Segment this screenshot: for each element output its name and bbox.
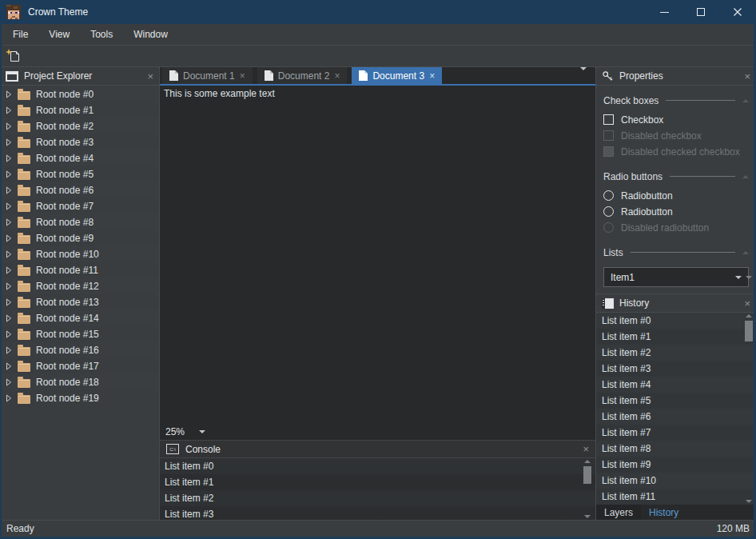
zoom-level-select[interactable]: 25% [160,424,211,440]
tree-node[interactable]: Root node #13 [0,294,159,310]
chevron-right-icon[interactable] [6,346,12,354]
history-list-item[interactable]: List item #1 [596,329,756,345]
menu-window[interactable]: Window [123,24,178,45]
title-bar[interactable]: Crown Theme [0,0,756,24]
tab-close-icon[interactable]: × [429,71,435,81]
history-scrollbar[interactable] [744,314,754,503]
tab-history[interactable]: History [641,505,686,520]
new-document-button[interactable] [6,49,21,63]
tree-node[interactable]: Root node #5 [0,166,159,182]
history-list-item[interactable]: List item #8 [596,441,756,457]
radio-button[interactable] [603,190,614,201]
chevron-right-icon[interactable] [6,314,12,322]
history-list-item[interactable]: List item #3 [596,361,756,377]
console-list-item[interactable]: List item #3 [160,506,595,522]
chevron-right-icon[interactable] [6,90,12,98]
chevron-right-icon[interactable] [6,378,12,386]
close-button[interactable] [719,0,756,24]
history-list-item[interactable]: List item #0 [596,313,756,329]
tab-document-3[interactable]: Document 3 × [352,67,442,84]
radio-row[interactable]: Radiobutton [603,188,749,203]
chevron-right-icon[interactable] [6,330,12,338]
console-header[interactable]: C:\ Console × [160,440,595,458]
chevron-right-icon[interactable] [6,250,12,258]
checkbox[interactable] [603,114,614,125]
radio-row[interactable]: Radiobutton [603,204,749,219]
chevron-right-icon[interactable] [6,154,12,162]
list-combobox[interactable]: Item1 [603,267,749,287]
tree-node[interactable]: Root node #19 [0,390,159,406]
group-check-boxes[interactable]: Check boxes [603,90,749,111]
tree-node[interactable]: Root node #11 [0,262,159,278]
scrollbar-thumb[interactable] [583,466,591,484]
maximize-button[interactable] [682,0,719,24]
collapse-icon[interactable] [742,251,749,254]
chevron-right-icon[interactable] [6,218,12,226]
collapse-icon[interactable] [742,175,749,178]
chevron-right-icon[interactable] [6,186,12,194]
history-header[interactable]: History × [596,294,756,313]
console-list-item[interactable]: List item #2 [160,490,595,506]
chevron-right-icon[interactable] [6,106,12,114]
properties-close-icon[interactable]: × [744,71,750,82]
chevron-right-icon[interactable] [6,202,12,210]
scroll-up-icon[interactable] [584,460,591,463]
console-list-item[interactable]: List item #0 [160,458,595,474]
project-explorer-close-icon[interactable]: × [147,71,153,82]
scrollbar-thumb[interactable] [745,321,753,341]
tree-node[interactable]: Root node #7 [0,198,159,214]
project-explorer-header[interactable]: Project Explorer × [0,67,159,86]
tree-node[interactable]: Root node #1 [0,102,159,118]
checkbox-row[interactable]: Checkbox [603,112,749,127]
tab-overflow-button[interactable] [571,70,595,82]
console-close-icon[interactable]: × [583,444,589,454]
tab-document-2[interactable]: Document 2 × [257,67,348,84]
tree-node[interactable]: Root node #18 [0,374,159,390]
tab-close-icon[interactable]: × [240,71,245,81]
tree-node[interactable]: Root node #10 [0,246,159,262]
menu-tools[interactable]: Tools [80,24,123,45]
tree-node[interactable]: Root node #12 [0,278,159,294]
tree-node[interactable]: Root node #2 [0,118,159,134]
tree-node[interactable]: Root node #0 [0,86,159,102]
scroll-down-icon[interactable] [584,515,591,518]
group-radio-buttons[interactable]: Radio buttons [603,166,749,187]
tree-node[interactable]: Root node #17 [0,358,159,374]
console-list-item[interactable]: List item #1 [160,474,595,490]
tab-layers[interactable]: Layers [596,505,641,520]
history-list-item[interactable]: List item #11 [596,489,756,505]
chevron-right-icon[interactable] [6,394,12,402]
history-list-item[interactable]: List item #2 [596,345,756,361]
collapse-icon[interactable] [742,99,749,102]
tree-node[interactable]: Root node #15 [0,326,159,342]
history-list-item[interactable]: List item #7 [596,425,756,441]
scroll-down-icon[interactable] [746,279,752,290]
chevron-right-icon[interactable] [6,282,12,290]
tab-close-icon[interactable]: × [334,71,340,81]
chevron-right-icon[interactable] [6,362,12,370]
chevron-right-icon[interactable] [6,138,12,146]
scroll-down-icon[interactable] [746,500,752,503]
menu-view[interactable]: View [38,24,80,45]
history-list-item[interactable]: List item #6 [596,409,756,425]
tree-node[interactable]: Root node #8 [0,214,159,230]
scroll-up-icon[interactable] [746,314,752,317]
group-lists[interactable]: Lists [603,242,749,263]
tree-node[interactable]: Root node #6 [0,182,159,198]
tree-node[interactable]: Root node #3 [0,134,159,150]
chevron-right-icon[interactable] [6,266,12,274]
chevron-right-icon[interactable] [6,122,12,130]
history-list-item[interactable]: List item #4 [596,377,756,393]
tree-node[interactable]: Root node #4 [0,150,159,166]
console-scrollbar[interactable] [583,460,592,518]
radio-button[interactable] [603,206,614,217]
text-editor[interactable]: This is some example text [160,86,595,424]
tree-node[interactable]: Root node #14 [0,310,159,326]
chevron-right-icon[interactable] [6,170,12,178]
tree-node[interactable]: Root node #9 [0,230,159,246]
tab-document-1[interactable]: Document 1 × [162,67,253,84]
minimize-button[interactable] [646,0,682,24]
properties-header[interactable]: Properties × [596,67,756,86]
chevron-right-icon[interactable] [6,234,12,242]
chevron-right-icon[interactable] [6,298,12,306]
